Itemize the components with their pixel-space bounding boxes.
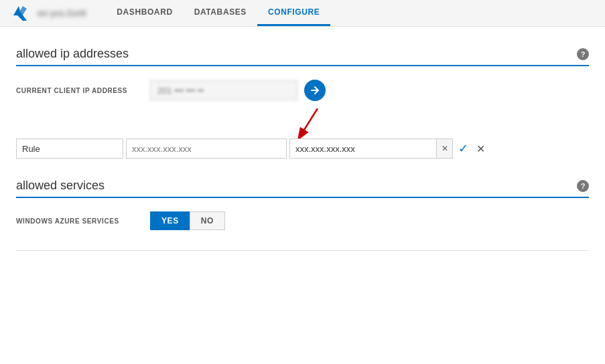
svg-line-3 — [301, 108, 318, 135]
clear-end-ip-button[interactable]: ✕ — [437, 139, 453, 159]
cancel-x-icon: ✕ — [476, 143, 485, 155]
nav-tab-databases[interactable]: DATABASES — [184, 0, 257, 26]
checkmark-icon: ✓ — [458, 142, 468, 155]
allowed-ip-section: allowed ip addresses ? CURRENT CLIENT IP… — [16, 47, 589, 159]
allowed-ip-help-icon[interactable]: ? — [577, 48, 589, 60]
allowed-services-title: allowed services — [16, 179, 105, 193]
allowed-services-help-icon[interactable]: ? — [577, 180, 589, 192]
bottom-divider — [16, 250, 589, 251]
add-ip-button[interactable] — [304, 80, 326, 101]
allowed-services-header: allowed services ? — [16, 179, 589, 198]
logo-area: wc·yus.2un8 — [13, 6, 86, 21]
top-navigation-bar: wc·yus.2un8 DASHBOARD DATABASES CONFIGUR… — [0, 0, 605, 27]
rule-name-input[interactable] — [16, 139, 123, 159]
logo-text: wc·yus.2un8 — [38, 8, 86, 18]
yes-no-toggle: YES NO — [150, 211, 225, 230]
rule-end-ip-input[interactable] — [289, 139, 437, 159]
current-ip-row: CURRENT CLIENT IP ADDRESS — [16, 80, 589, 101]
main-nav: DASHBOARD DATABASES CONFIGURE — [106, 0, 330, 26]
firewall-rule-row: ✕ ✓ ✕ — [16, 139, 589, 159]
allowed-ip-header: allowed ip addresses ? — [16, 47, 589, 66]
confirm-rule-button[interactable]: ✓ — [456, 141, 471, 156]
allowed-services-section: allowed services ? WINDOWS AZURE SERVICE… — [16, 179, 589, 230]
yes-toggle-button[interactable]: YES — [150, 211, 190, 230]
allowed-ip-title: allowed ip addresses — [16, 47, 129, 61]
azure-logo-icon — [13, 6, 32, 21]
rule-start-ip-input[interactable] — [126, 139, 287, 159]
no-toggle-button[interactable]: NO — [190, 211, 225, 230]
rule-end-ip-container: ✕ — [289, 139, 453, 159]
current-ip-input[interactable] — [150, 80, 297, 100]
current-ip-label: CURRENT CLIENT IP ADDRESS — [16, 87, 150, 94]
red-arrow-icon — [277, 108, 331, 142]
windows-azure-services-row: WINDOWS AZURE SERVICES YES NO — [16, 211, 589, 230]
clear-x-icon: ✕ — [442, 144, 448, 153]
nav-tab-configure[interactable]: CONFIGURE — [257, 0, 330, 26]
nav-tab-dashboard[interactable]: DASHBOARD — [106, 0, 183, 26]
main-content: allowed ip addresses ? CURRENT CLIENT IP… — [0, 27, 605, 258]
cancel-rule-button[interactable]: ✕ — [474, 143, 488, 155]
arrow-right-icon — [310, 85, 320, 96]
arrow-indicator — [150, 112, 589, 139]
windows-azure-label: WINDOWS AZURE SERVICES — [16, 217, 150, 225]
